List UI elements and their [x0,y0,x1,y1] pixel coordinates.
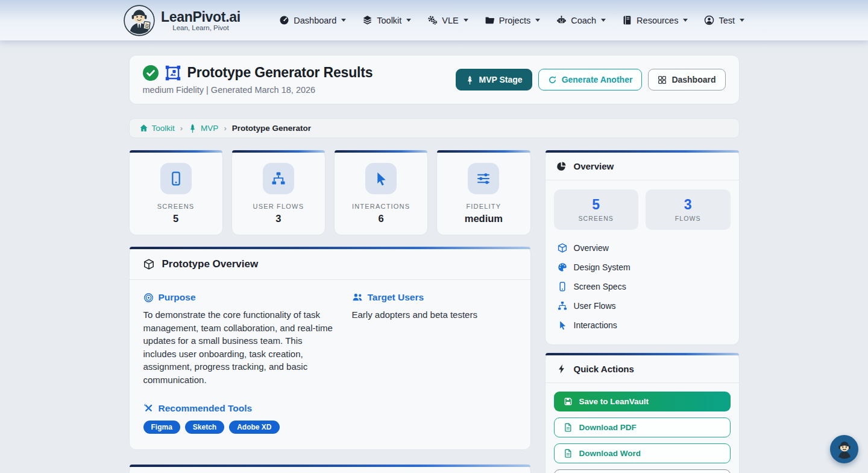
page-subtitle: medium Fidelity | Generated March 18, 20… [143,85,373,95]
stat-label: USER FLOWS [232,203,325,210]
dashboard-button[interactable]: Dashboard [648,69,725,90]
stat-label: INTERACTIONS [335,203,427,210]
tools-icon [143,403,154,413]
sidebar-stat-screens: 5 SCREENS [554,189,639,230]
chevron-down-icon [535,19,540,22]
breadcrumb-toolkit[interactable]: Toolkit [139,124,175,133]
cube-icon [143,259,154,270]
robot-icon [556,15,567,25]
nav-label: VLE [442,16,458,25]
chat-assistant-button[interactable] [830,435,858,463]
generate-another-button[interactable]: Generate Another [538,69,643,90]
people-icon [352,292,363,303]
breadcrumb-mvp[interactable]: MVP [188,124,218,133]
nav-item-toolkit[interactable]: Toolkit [362,15,411,25]
mvp-stage-button[interactable]: MVP Stage [456,69,532,90]
top-navbar: LeanPivot.ai Lean, Learn, Pivot Dashboar… [0,0,868,40]
sidebar: Overview 5 SCREENS 3 FLOWS Overview [545,150,740,473]
sidebar-link-label: Interactions [574,320,617,330]
nav-item-user[interactable]: Test [704,15,744,25]
brand-logo[interactable]: LeanPivot.ai Lean, Learn, Pivot [124,5,241,36]
card-accent-bar [335,150,427,153]
stat-card-user-flows: USER FLOWS 3 [231,150,326,235]
nav-item-resources[interactable]: Resources [622,15,688,25]
generate-another-label: Generate Another [562,75,633,84]
breadcrumb-label: Toolkit [152,124,175,133]
quick-actions-title: Quick Actions [574,364,634,374]
rocket-icon [188,124,197,133]
save-to-leanvault-button[interactable]: Save to LeanVault [554,392,731,411]
download-word-button[interactable]: Download Word [554,443,731,463]
nav-item-coach[interactable]: Coach [556,15,606,25]
sidebar-link-label: Screen Specs [574,282,626,291]
sliders-icon [468,163,499,194]
stat-card-screens: SCREENS 5 [129,150,223,235]
sidebar-link-screen-specs[interactable]: Screen Specs [555,277,729,296]
nav-label: Coach [571,16,596,25]
phone-icon [160,163,192,194]
sidebar-stat-label: FLOWS [646,215,731,222]
stat-value: medium [437,213,530,224]
nav-item-vle[interactable]: VLE [427,15,468,25]
download-markdown-button[interactable]: Download Markdown [554,469,731,473]
card-accent-bar [437,150,530,153]
results-header-text: Prototype Generator Results medium Fidel… [143,65,373,95]
flow-icon [558,301,567,311]
purpose-heading: Purpose [159,292,196,303]
sidebar-link-user-flows[interactable]: User Flows [555,296,729,316]
stat-label: FIDELITY [437,203,530,210]
pie-chart-icon [556,161,567,171]
save-icon [564,397,573,406]
stat-value: 3 [232,213,325,224]
purpose-text: To demonstrate the core functionality of… [143,308,338,387]
brand-tagline: Lean, Learn, Pivot [161,24,241,31]
stat-value: 5 [130,213,222,224]
file-word-icon [564,449,573,458]
flow-icon [263,163,294,194]
stat-value: 6 [335,213,427,224]
nav-item-dashboard[interactable]: Dashboard [279,15,346,25]
purpose-block: Purpose To demonstrate the core function… [143,292,338,434]
sidebar-link-design-system[interactable]: Design System [555,258,729,277]
sidebar-link-overview[interactable]: Overview [555,238,729,258]
nav-label: Toolkit [377,16,401,25]
sidebar-link-label: Overview [574,243,609,253]
sidebar-stat-value: 5 [554,197,639,213]
stat-label: SCREENS [130,203,222,210]
chevron-down-icon [464,19,468,22]
dashboard-label: Dashboard [671,75,715,84]
stack-icon [362,15,373,25]
sidebar-link-interactions[interactable]: Interactions [555,316,729,335]
download-pdf-button[interactable]: Download PDF [554,417,731,437]
chevron-down-icon [683,19,688,22]
mascot-avatar-icon [832,437,857,462]
sidebar-link-label: Design System [574,262,631,272]
card-accent-bar [130,150,222,153]
recommended-tools-block: Recommended Tools Figma Sketch Adobe XD [143,403,338,434]
house-icon [139,124,148,133]
stat-card-interactions: INTERACTIONS 6 [334,150,428,235]
header-actions: MVP Stage Generate Another Dashboard [456,69,726,90]
brand-text: LeanPivot.ai Lean, Learn, Pivot [161,9,241,31]
overview-sidebar-card: Overview 5 SCREENS 3 FLOWS Overview [545,150,740,345]
brand-mascot-icon [124,5,155,36]
nav-label: Resources [637,16,678,25]
tool-badge: Figma [143,421,180,434]
chevron-down-icon [341,19,346,22]
main-nav: Dashboard Toolkit VLE Projects Coach Res… [279,15,744,25]
nav-item-projects[interactable]: Projects [485,15,540,25]
breadcrumb-current: Prototype Generator [232,124,311,133]
chevron-down-icon [740,19,744,22]
chevron-down-icon [406,19,411,22]
qa-button-label: Download PDF [579,423,637,432]
quick-actions-card: Quick Actions Save to LeanVault Download… [545,352,740,473]
refresh-icon [548,75,557,84]
sidebar-link-label: User Flows [574,301,616,311]
target-users-text: Early adopters and beta testers [352,308,517,322]
folder-icon [485,15,495,25]
file-pdf-icon [564,423,573,432]
target-users-block: Target Users Early adopters and beta tes… [352,292,517,434]
results-header-card: Prototype Generator Results medium Fidel… [129,55,740,104]
sidebar-stat-flows: 3 FLOWS [646,189,731,230]
tool-badge: Sketch [185,421,224,434]
